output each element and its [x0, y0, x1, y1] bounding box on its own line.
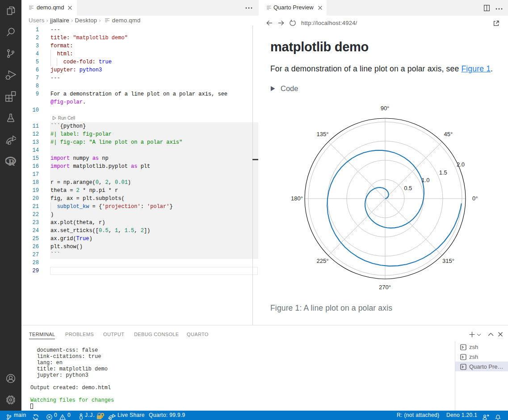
svg-text:90°: 90° [381, 105, 390, 112]
svg-text:270°: 270° [379, 284, 391, 291]
svg-text:315°: 315° [442, 258, 454, 264]
svg-text:R: R [8, 158, 15, 166]
svg-text:225°: 225° [317, 258, 329, 264]
svg-text:180°: 180° [291, 195, 303, 202]
svg-text:2.0: 2.0 [457, 161, 465, 168]
svg-text:1.0: 1.0 [421, 177, 429, 183]
svg-text:135°: 135° [317, 131, 329, 137]
svg-text:1.5: 1.5 [439, 169, 447, 176]
svg-text:45°: 45° [444, 131, 453, 137]
svg-text:0.5: 0.5 [404, 185, 412, 191]
svg-text:0°: 0° [472, 195, 478, 202]
